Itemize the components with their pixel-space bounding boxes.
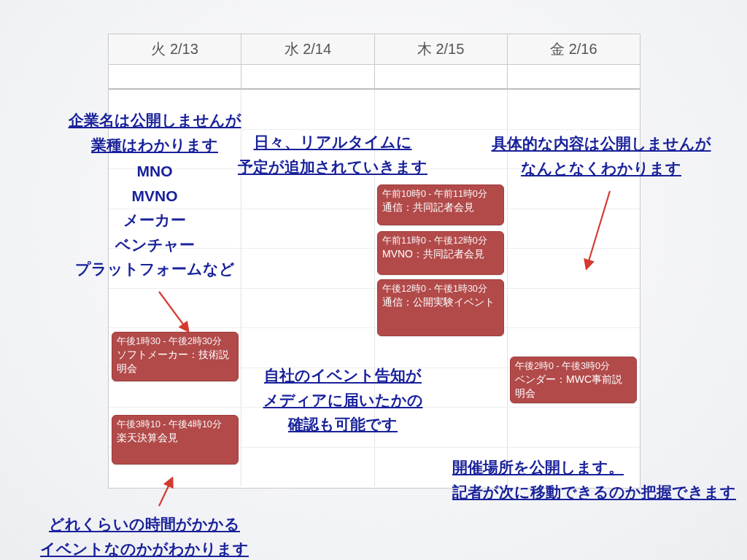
event-title: 楽天決算会見: [117, 431, 233, 445]
day-header-thu: 木 2/15: [375, 34, 508, 65]
calendar-allday-row: [109, 65, 640, 90]
event-title: MVNO：共同記者会見: [382, 247, 499, 261]
event-time: 午前10時0 - 午前11時0分: [382, 188, 499, 201]
event-time: 午前11時0 - 午後12時0分: [382, 235, 499, 247]
annotation-media-check: 自社のイベント告知がメディアに届いたかの確認も可能です: [248, 363, 438, 437]
annotation-realtime-updates: 日々、リアルタイムに予定が追加されていきます: [238, 130, 427, 179]
annotation-venue-info: 開催場所を公開します。記者が次に移動できるのか把握できます: [452, 455, 747, 504]
annotation-industry-list: MNO MVNO メーカー ベンチャー プラットフォームなど: [45, 159, 264, 281]
event-title: 通信：共同記者会見: [382, 201, 499, 214]
calendar-event[interactable]: 午前11時0 - 午後12時0分MVNO：共同記者会見: [377, 231, 504, 275]
annotation-content-hint: 具体的な内容は公開しませんがなんとなくわかります: [477, 131, 725, 180]
day-header-wed: 水 2/14: [241, 34, 374, 65]
calendar-event[interactable]: 午後1時30 - 午後2時30分ソフトメーカー：技術説明会: [112, 332, 239, 381]
calendar-event[interactable]: 午後2時0 - 午後3時0分ベンダー：MWC事前説明会: [510, 357, 637, 403]
event-time: 午後1時30 - 午後2時30分: [117, 335, 233, 348]
calendar-event[interactable]: 午後12時0 - 午後1時30分通信：公開実験イベント: [377, 279, 504, 336]
day-header-fri: 金 2/16: [508, 34, 640, 65]
event-title: ソフトメーカー：技術説明会: [117, 348, 233, 376]
annotation-duration-info: どれくらいの時間がかかるイベントなのかがわかります: [20, 512, 268, 560]
event-time: 午後12時0 - 午後1時30分: [382, 283, 499, 295]
event-time: 午後2時0 - 午後3時0分: [515, 360, 632, 373]
day-header-tue: 火 2/13: [109, 34, 241, 65]
annotation-company-category: 企業名は公開しませんが業種はわかります: [45, 108, 264, 157]
event-title: ベンダー：MWC事前説明会: [515, 373, 632, 400]
calendar-event[interactable]: 午前10時0 - 午前11時0分通信：共同記者会見: [377, 184, 504, 225]
event-time: 午後3時10 - 午後4時10分: [117, 419, 233, 431]
event-title: 通信：公開実験イベント: [382, 295, 499, 309]
calendar-header-row: 火 2/13 水 2/14 木 2/15 金 2/16: [109, 34, 640, 65]
calendar-event[interactable]: 午後3時10 - 午後4時10分楽天決算会見: [112, 415, 239, 464]
